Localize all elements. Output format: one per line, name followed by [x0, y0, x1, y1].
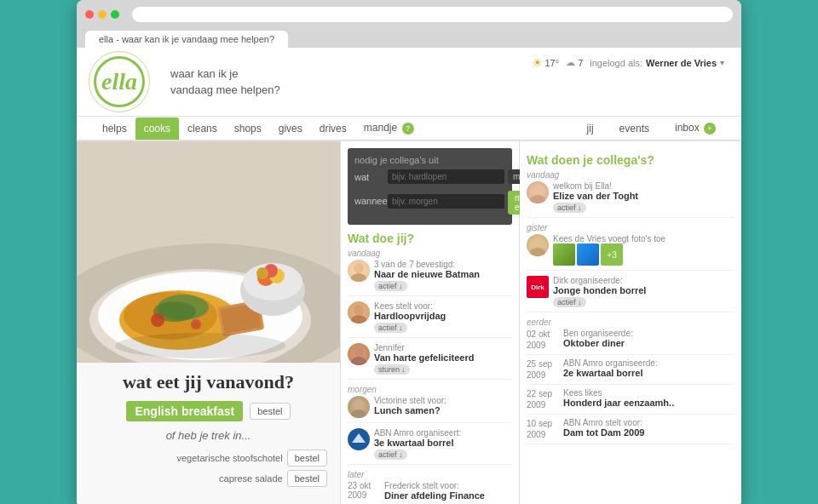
earlier-meta-4: ABN Amro stelt voor:: [563, 418, 734, 427]
colleague-vandaag: vandaag: [527, 170, 734, 180]
weather-cloud: ☁ 7: [566, 57, 583, 68]
hero-subtitle: of heb je trek in...: [77, 425, 340, 446]
colleague-avatar-1: [527, 181, 549, 203]
maximize-dot[interactable]: [111, 10, 119, 19]
activity-avatar-1: [348, 260, 370, 282]
svg-point-30: [530, 248, 545, 256]
tagline-line2: vandaag mee helpen?: [170, 82, 280, 99]
later-date: 23 okt 2009: [348, 481, 380, 500]
nav-shops[interactable]: shops: [226, 117, 270, 140]
page-content: ella waar kan ik je vandaag mee helpen? …: [77, 48, 741, 504]
invite-wat-label: wat: [354, 172, 384, 182]
svg-point-19: [354, 263, 364, 273]
svg-point-21: [354, 305, 364, 315]
activity-meta-5: ABN Amro organiseert:: [374, 428, 512, 438]
activity-meta-1: 3 van de 7 bevestigd:: [374, 260, 512, 269]
activity-main-1: Naar de nieuwe Batman: [374, 269, 512, 279]
earlier-main-2: 2e kwartaal borrel: [563, 368, 734, 378]
nav-events[interactable]: events: [611, 117, 658, 140]
sun-icon: ☀: [533, 56, 543, 69]
earlier-text-1: Ben organiseerde: Oktober diner: [563, 329, 734, 348]
weather-temp: 17°: [545, 58, 560, 68]
colleague-dirk-tag[interactable]: actief ↓: [553, 297, 586, 307]
photo-strip: +3: [553, 243, 734, 266]
svg-point-29: [533, 238, 543, 248]
close-dot[interactable]: [85, 10, 94, 19]
address-bar[interactable]: [132, 7, 733, 22]
nav-helps[interactable]: helps: [94, 117, 135, 140]
colleague-elize: welkom bij Ella! Elize van der Toght act…: [527, 181, 734, 218]
activity-hardlopen: Kees stelt voor: Hardloopvrijdag actief …: [348, 301, 512, 338]
site-nav: helps cooks cleans shops gives drives ma…: [77, 117, 741, 141]
earlier-meta-2: ABN Amro organiseerde:: [563, 358, 734, 368]
invite-wanneer-input[interactable]: [388, 194, 504, 209]
earlier-text-3: Kees likes Honderd jaar eenzaamh..: [563, 388, 734, 408]
logged-in-label: ingelogd als:: [590, 58, 642, 68]
photo-2: [577, 243, 599, 266]
activity-text-1: 3 van de 7 bevestigd: Naar de nieuwe Bat…: [374, 260, 512, 291]
nav-drives[interactable]: drives: [311, 117, 355, 140]
browser-tab[interactable]: ella - waar kan ik je vandaag mee helpen…: [85, 31, 288, 48]
activity-later: 23 okt 2009 Frederick stelt voor: Diner …: [348, 481, 512, 501]
earlier-meta-1: Ben organiseerde:: [563, 329, 734, 338]
nav-cleans[interactable]: cleans: [179, 117, 226, 140]
colleague-title: Wat doen je collega's?: [527, 153, 734, 167]
right-panel: Wat doen je collega's? vandaag welkom bi…: [520, 141, 741, 504]
minimize-dot[interactable]: [98, 10, 107, 19]
earlier-1: 02 okt2009 Ben organiseerde: Oktober din…: [527, 329, 734, 355]
nav-mandje[interactable]: mandje ?: [355, 117, 423, 140]
invite-title: nodig je collega's uit: [354, 155, 505, 165]
inbox-badge: +: [704, 123, 716, 135]
activity-tag-2[interactable]: actief ↓: [374, 323, 407, 333]
logo-circle: ella: [94, 56, 145, 107]
colleague-dirk-main: Jonge honden borrel: [553, 285, 734, 295]
svg-point-28: [530, 195, 545, 203]
header-right: ☀ 17° ☁ 7 ingelogd als: Werner de Vries …: [533, 56, 725, 69]
earlier-4: 10 sep2009 ABN Amro stelt voor: Dam tot …: [527, 418, 734, 444]
activity-tag-3[interactable]: sturen ↓: [374, 364, 410, 375]
earlier-date-1: 02 okt2009: [527, 329, 559, 351]
colleague-eerder: eerder: [527, 318, 734, 327]
nav-gives[interactable]: gives: [270, 117, 311, 140]
activity-text-5: ABN Amro organiseert: 3e kwartaal borrel…: [374, 428, 512, 460]
activity-abn: ABN Amro organiseert: 3e kwartaal borrel…: [348, 428, 512, 465]
option-1-bestel[interactable]: bestel: [287, 450, 327, 467]
option-2-bestel[interactable]: bestel: [287, 470, 327, 487]
nav-cooks[interactable]: cooks: [135, 117, 179, 140]
photo-count: +3: [601, 243, 623, 266]
mandje-badge: ?: [402, 123, 414, 135]
colleague-tag-1[interactable]: actief ↓: [553, 203, 586, 213]
user-dropdown-icon[interactable]: ▾: [720, 58, 724, 67]
colleague-dirk-meta: Dirk organiseerde:: [553, 276, 734, 285]
logo-container: ella: [94, 56, 145, 107]
activity-tag-5[interactable]: actief ↓: [374, 450, 407, 460]
browser-controls: [85, 7, 733, 22]
earlier-date-2: 25 sep2009: [527, 358, 559, 381]
food-image: [77, 141, 340, 363]
cloud-icon: ☁: [566, 57, 575, 68]
hero-dish-name: English breakfast: [126, 401, 243, 421]
activity-tag-1[interactable]: actief ↓: [374, 281, 407, 291]
svg-point-22: [351, 315, 366, 324]
activity-lunch: Victorine stelt voor: Lunch samen?: [348, 396, 512, 423]
earlier-meta-3: Kees likes: [563, 388, 734, 398]
nav-inbox[interactable]: inbox +: [666, 117, 724, 140]
invite-wat-input[interactable]: [388, 169, 504, 184]
earlier-text-4: ABN Amro stelt voor: Dam tot Dam 2009: [563, 418, 734, 438]
svg-point-24: [351, 357, 366, 365]
logo-text: ella: [101, 68, 137, 95]
activity-main-3: Van harte gefeliciteerd: [374, 352, 512, 363]
dirk-logo: Dirk: [527, 276, 549, 298]
svg-point-18: [115, 333, 285, 358]
colleague-kees-text: Kees de Vries voegt foto's toe +3: [553, 234, 734, 266]
svg-point-8: [151, 313, 164, 327]
nav-jij[interactable]: jij: [579, 117, 602, 140]
activity-avatar-2: [348, 301, 370, 324]
colleague-main-1: Elize van der Toght: [553, 191, 734, 201]
hero-bestel-button[interactable]: bestel: [250, 403, 290, 420]
earlier-3: 22 sep2009 Kees likes Honderd jaar eenza…: [527, 388, 734, 415]
activity-avatar-5: [348, 428, 370, 450]
user-info: ingelogd als: Werner de Vries ▾: [590, 58, 724, 68]
activity-main-5: 3e kwartaal borrel: [374, 438, 512, 448]
activity-meta-2: Kees stelt voor:: [374, 301, 512, 311]
